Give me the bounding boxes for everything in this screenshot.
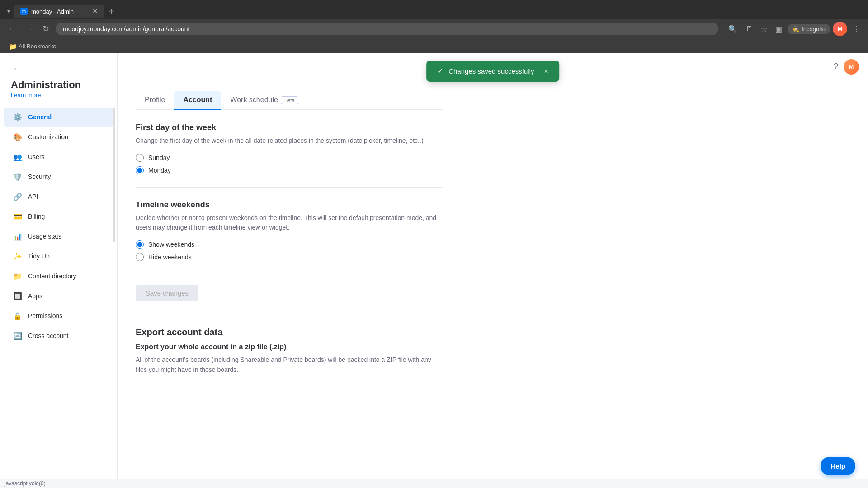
hide-weekends-label: Hide weekends [148,253,192,261]
tab-account[interactable]: Account [174,91,221,110]
tab-list-button[interactable]: ▾ [4,8,14,15]
monday-radio[interactable] [136,166,144,174]
status-text: javascript:void(0) [5,480,46,487]
show-weekends-option[interactable]: Show weekends [136,240,443,249]
export-subtitle: Export your whole account in a zip file … [136,343,443,351]
sidebar-item-users[interactable]: 👥 Users [4,147,113,166]
timeline-description: Decide whether or not to present weekend… [136,213,443,232]
sidebar-item-cross-account[interactable]: 🔄 Cross account [4,326,113,345]
user-avatar-top[interactable]: M [844,59,859,75]
first-day-description: Change the first day of the week in the … [136,136,443,145]
sunday-radio[interactable] [136,154,144,162]
hide-weekends-option[interactable]: Hide weekends [136,253,443,261]
sidebar-item-apps[interactable]: 🔲 Apps [4,286,113,305]
app-container: ← Administration Learn more ⚙️ General 🎨… [0,53,868,488]
help-button[interactable]: Help [821,457,855,475]
user-avatar[interactable]: M [833,22,847,36]
monday-option[interactable]: Monday [136,166,443,174]
general-icon: ⚙️ [13,112,23,122]
browser-actions: 🔍 🖥 ☆ ▣ 🕵 Incognito M ⋮ [726,22,863,36]
cross-account-icon: 🔄 [13,331,23,341]
sidebar-header: ← Administration Learn more [0,53,117,103]
tab-close-button[interactable]: ✕ [92,7,98,15]
tab-label-account: Account [183,96,212,103]
sidebar-nav: ⚙️ General 🎨 Customization 👥 Users 🛡️ Se… [0,103,117,350]
cast-button[interactable]: 🖥 [743,23,755,35]
sidebar-item-label-tidy-up: Tidy Up [28,253,50,260]
search-button[interactable]: 🔍 [726,23,740,35]
sidebar-button[interactable]: ▣ [773,23,785,35]
bookmark-all-bookmarks[interactable]: 📁 All Bookmarks [5,42,60,51]
first-day-title: First day of the week [136,123,443,132]
billing-icon: 💳 [13,211,23,221]
hide-weekends-radio[interactable] [136,253,144,261]
tab-work-schedule[interactable]: Work scheduleBeta [221,91,307,110]
browser-toolbar: ← → ↻ 🔍 🖥 ☆ ▣ 🕵 Incognito M ⋮ [0,19,868,39]
usage-stats-icon: 📊 [13,231,23,241]
sidebar-item-label-cross-account: Cross account [28,332,68,339]
show-weekends-label: Show weekends [148,241,194,248]
apps-icon: 🔲 [13,291,23,301]
first-day-section: First day of the week Change the first d… [136,123,443,174]
incognito-badge: 🕵 Incognito [788,24,830,34]
browser-tab[interactable]: m monday - Admin ✕ [14,5,104,18]
sidebar-item-billing[interactable]: 💳 Billing [4,207,113,226]
export-description: All of the account's boards (including S… [136,355,443,375]
avatar-group: M [833,22,847,36]
users-icon: 👥 [13,152,23,162]
sidebar-back-button[interactable]: ← [11,62,23,75]
browser-chrome: ▾ m monday - Admin ✕ + ← → ↻ 🔍 🖥 ☆ ▣ 🕵 I… [0,0,868,53]
help-icon[interactable]: ? [834,62,838,71]
sidebar-item-usage-stats[interactable]: 📊 Usage stats [4,227,113,246]
tab-label-profile: Profile [145,96,165,103]
sidebar-item-permissions[interactable]: 🔒 Permissions [4,306,113,325]
security-icon: 🛡️ [13,172,23,182]
bookmarks-bar: 📁 All Bookmarks [0,39,868,53]
tab-profile[interactable]: Profile [136,91,174,110]
sidebar-item-label-users: Users [28,153,45,160]
bookmark-star-button[interactable]: ☆ [758,23,770,35]
learn-more-link[interactable]: Learn more [11,92,108,99]
success-toast: ✓ Changes saved successfully × [426,61,559,82]
sidebar-title: Administration [11,79,108,91]
sidebar-item-api[interactable]: 🔗 API [4,187,113,206]
tidy-up-icon: ✨ [13,251,23,261]
sunday-option[interactable]: Sunday [136,154,443,162]
back-button[interactable]: ← [5,23,19,36]
menu-button[interactable]: ⋮ [850,23,863,35]
toast-close-button[interactable]: × [544,67,548,75]
tab-title: monday - Admin [31,8,74,15]
show-weekends-radio[interactable] [136,240,144,249]
save-changes-button[interactable]: Save changes [136,285,198,301]
sidebar-item-tidy-up[interactable]: ✨ Tidy Up [4,247,113,266]
sidebar-item-label-content-directory: Content directory [28,272,76,280]
address-bar[interactable] [56,23,718,35]
content-directory-icon: 📁 [13,271,23,281]
forward-button[interactable]: → [23,23,36,36]
sidebar-item-label-api: API [28,193,38,200]
main-content: ? M ✓ Changes saved successfully × Profi… [118,53,868,488]
timeline-section: Timeline weekends Decide whether or not … [136,200,443,261]
sidebar: ← Administration Learn more ⚙️ General 🎨… [0,53,118,488]
sidebar-scroll-area: ⚙️ General 🎨 Customization 👥 Users 🛡️ Se… [0,103,117,488]
sidebar-item-security[interactable]: 🛡️ Security [4,167,113,186]
sidebar-item-label-customization: Customization [28,133,68,141]
refresh-button[interactable]: ↻ [40,22,52,36]
permissions-icon: 🔒 [13,311,23,321]
sidebar-item-label-general: General [28,113,52,121]
new-tab-button[interactable]: + [104,6,119,17]
sidebar-item-customization[interactable]: 🎨 Customization [4,127,113,146]
sidebar-item-content-directory[interactable]: 📁 Content directory [4,267,113,286]
tab-favicon: m [20,8,28,15]
tabs-bar: ProfileAccountWork scheduleBeta [136,91,443,110]
export-title: Export account data [136,327,443,338]
bookmark-folder-icon: 📁 [9,43,17,50]
incognito-label: Incognito [802,26,826,33]
sidebar-item-general[interactable]: ⚙️ General [4,108,113,127]
content-area: ProfileAccountWork scheduleBeta First da… [118,80,461,386]
sidebar-item-label-billing: Billing [28,213,45,220]
monday-label: Monday [148,167,171,174]
toast-container: ✓ Changes saved successfully × [426,61,559,82]
sunday-label: Sunday [148,154,170,161]
tab-label-work-schedule: Work schedule [230,96,278,103]
